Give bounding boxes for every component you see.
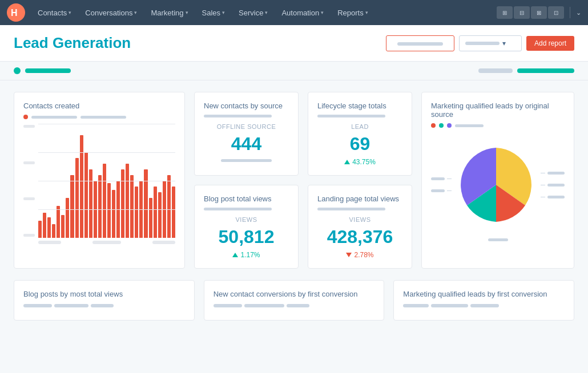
nav-icon-btn-3[interactable]: ⊠: [531, 6, 547, 19]
grid-line: [38, 152, 175, 153]
bar: [172, 186, 175, 238]
new-contacts-by-source-card: New contacts by source OFFLINE SOURCE 44…: [194, 92, 299, 176]
nav-icon-group: ⊞ ⊟ ⊠ ⊡: [497, 6, 564, 19]
legend-dot-purple: [447, 123, 452, 128]
header-actions: ▾ Add report: [386, 35, 574, 51]
nav-automation[interactable]: Automation ▾: [276, 5, 329, 21]
lifecycle-stage-card: Lifecycle stage totals LEAD 69 43.75%: [308, 92, 412, 176]
main-nav: H Contacts ▾ Conversations ▾ Marketing ▾…: [0, 0, 588, 25]
bottom-bar: [54, 304, 88, 307]
chevron-down-icon: ▾: [69, 10, 71, 15]
bar: [149, 198, 152, 238]
legend-dot-red: [23, 115, 28, 119]
blog-post-views-card: Blog post total views VIEWS 50,812 1.17%: [194, 185, 299, 269]
nav-contacts[interactable]: Contacts ▾: [32, 5, 77, 21]
bottom-bar: [244, 304, 284, 307]
sub-bar: [204, 115, 272, 117]
landing-views-change: 2.78%: [317, 251, 402, 259]
bar: [154, 186, 157, 238]
bar: [112, 190, 115, 238]
nav-icon-btn-2[interactable]: ⊟: [514, 6, 530, 19]
nav-icon-btn-1[interactable]: ⊞: [497, 6, 513, 19]
mql-by-source-card: Marketing qualified leads by original so…: [421, 92, 574, 269]
nav-conversations[interactable]: Conversations ▾: [79, 5, 143, 21]
x-label: [92, 241, 121, 244]
y-label: [23, 197, 35, 200]
sub-bar: [317, 208, 385, 210]
filter-right: [478, 68, 574, 73]
chevron-down-icon: ▾: [186, 10, 188, 15]
bottom-bar: [214, 304, 242, 307]
bottom-card-2: New contact conversions by first convers…: [204, 280, 385, 321]
landing-page-views-card: Landing page total views VIEWS 428,376 2…: [308, 185, 412, 269]
nav-marketing[interactable]: Marketing ▾: [145, 5, 194, 21]
filter-pill-gray: [478, 68, 513, 73]
pie-chart-container: [431, 133, 565, 236]
add-report-button[interactable]: Add report: [526, 36, 574, 51]
y-label: [23, 161, 35, 164]
bar: [47, 217, 51, 238]
pie-label-bar: [547, 196, 565, 198]
bar: [70, 175, 74, 238]
pie-chart-svg: [456, 145, 536, 225]
dashboard: Contacts created: [0, 80, 588, 332]
bar: [103, 164, 106, 238]
lifecycle-change: 43.75%: [317, 158, 402, 166]
chevron-down-icon: ▾: [134, 10, 137, 15]
bottom-cards-grid: Blog posts by most total views New conta…: [14, 280, 574, 321]
bar-chart-wrapper: [23, 124, 175, 244]
pie-bottom-bar: [488, 238, 508, 241]
pie-label-bar: [431, 189, 445, 192]
y-label: [23, 125, 35, 128]
bottom-bar: [403, 304, 429, 307]
pie-label-line: [447, 190, 452, 191]
bar: [167, 175, 171, 238]
filter-left: [14, 67, 71, 74]
date-range-button[interactable]: [386, 35, 454, 51]
mql-title: Marketing qualified leads by original so…: [431, 102, 565, 119]
bottom-bar: [287, 304, 309, 307]
bottom-bar-group: [403, 304, 565, 307]
blog-views-label: VIEWS: [204, 216, 289, 223]
chevron-down-icon: ▾: [321, 10, 324, 15]
pie-bottom-legend: [431, 238, 565, 241]
bottom-card-3: Marketing qualified leads by first conve…: [393, 280, 574, 321]
bar: [158, 192, 162, 238]
x-axis-labels: [38, 241, 175, 244]
nav-sales[interactable]: Sales ▾: [196, 5, 231, 21]
grid-line: [38, 209, 175, 210]
pie-label-line: [541, 173, 545, 173]
bar-chart-area: [38, 124, 175, 238]
bottom-bar: [23, 304, 52, 307]
bar: [130, 175, 134, 238]
bar: [98, 175, 102, 238]
bottom-card-2-title: New contact conversions by first convers…: [214, 290, 375, 298]
nav-divider: [570, 7, 570, 18]
offline-source-label: OFFLINE SOURCE: [204, 123, 289, 130]
hubspot-logo[interactable]: H: [7, 3, 25, 22]
grid-line: [38, 181, 175, 181]
filter-pill-teal: [517, 68, 574, 73]
bottom-card-1-title: Blog posts by most total views: [23, 290, 185, 298]
nav-reports[interactable]: Reports ▾: [332, 5, 374, 21]
bar: [52, 224, 55, 238]
main-cards-grid: Contacts created: [14, 92, 574, 269]
bar: [84, 152, 88, 238]
offline-source-value: 444: [204, 133, 289, 155]
nav-service[interactable]: Service ▾: [233, 5, 273, 21]
bar: [57, 206, 60, 238]
bottom-bar: [431, 304, 468, 307]
legend-bar-2: [80, 116, 126, 119]
nav-settings-button[interactable]: ⌄: [576, 9, 581, 17]
bottom-card-1: Blog posts by most total views: [14, 280, 195, 321]
blog-views-value: 50,812: [204, 226, 289, 248]
triangle-up-icon: [232, 253, 238, 257]
new-contacts-title: New contacts by source: [204, 102, 289, 110]
nav-icon-btn-4[interactable]: ⊡: [548, 6, 564, 19]
bar: [66, 198, 69, 238]
bottom-card-3-title: Marketing qualified leads by first conve…: [403, 290, 565, 298]
lead-value: 69: [317, 133, 402, 155]
filter-button[interactable]: ▾: [459, 35, 522, 51]
triangle-up-icon: [344, 160, 350, 164]
sub-bar: [204, 208, 272, 210]
